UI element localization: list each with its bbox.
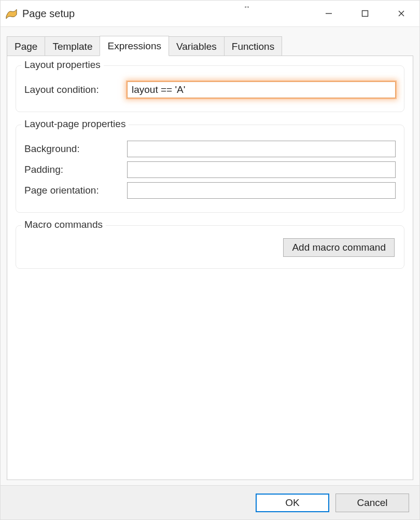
group-legend: Layout-page properties — [21, 118, 129, 130]
input-layout-condition[interactable] — [127, 81, 396, 98]
page-setup-dialog: ↔ Page setup Page — [0, 0, 420, 520]
close-button[interactable] — [383, 1, 419, 26]
tab-panel-expressions: Layout properties Layout condition: Layo… — [7, 56, 413, 480]
row-background: Background: — [24, 141, 396, 157]
window-title: Page setup — [22, 8, 75, 20]
label-layout-condition: Layout condition: — [24, 84, 127, 95]
titlebar: Page setup — [1, 1, 419, 27]
group-legend: Macro commands — [21, 219, 106, 230]
ok-button[interactable]: OK — [256, 494, 329, 512]
group-macro-commands: Macro commands Add macro command — [16, 225, 404, 269]
add-macro-command-button[interactable]: Add macro command — [283, 238, 395, 257]
label-padding: Padding: — [24, 164, 127, 175]
label-background: Background: — [24, 143, 127, 155]
cancel-button[interactable]: Cancel — [335, 494, 409, 512]
row-layout-condition: Layout condition: — [24, 81, 396, 98]
group-layout-properties: Layout properties Layout condition: — [16, 65, 404, 112]
button-bar: OK Cancel — [1, 485, 419, 519]
group-layout-page-properties: Layout-page properties Background: Paddi… — [16, 125, 404, 213]
tab-expressions[interactable]: Expressions — [100, 36, 169, 56]
tabstrip: Page Template Expressions Variables Func… — [7, 33, 413, 56]
tab-template[interactable]: Template — [45, 36, 100, 56]
svg-rect-1 — [362, 11, 368, 17]
row-page-orientation: Page orientation: — [24, 182, 396, 199]
input-background[interactable] — [127, 141, 396, 157]
client-area: Page Template Expressions Variables Func… — [7, 33, 413, 480]
minimize-button[interactable] — [311, 1, 347, 26]
tab-functions[interactable]: Functions — [224, 36, 282, 56]
tab-page[interactable]: Page — [7, 36, 45, 56]
row-padding: Padding: — [24, 161, 396, 178]
input-page-orientation[interactable] — [127, 182, 396, 199]
maximize-button[interactable] — [347, 1, 383, 26]
app-icon — [1, 1, 22, 26]
group-legend: Layout properties — [21, 59, 104, 71]
input-padding[interactable] — [127, 161, 396, 178]
tab-variables[interactable]: Variables — [169, 36, 225, 56]
label-page-orientation: Page orientation: — [24, 185, 127, 196]
